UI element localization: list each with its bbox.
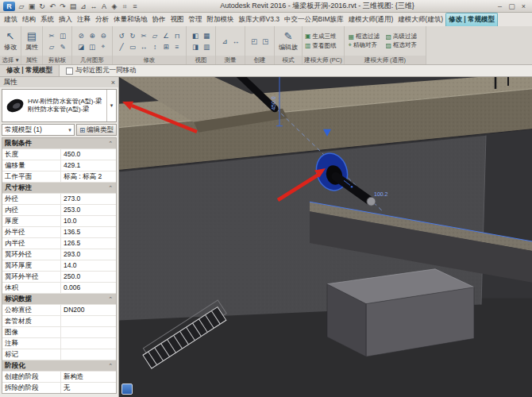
maximize-button[interactable]: ▢ xyxy=(507,2,517,10)
property-row[interactable]: 外半径 136.5 xyxy=(2,227,116,238)
edit-family-button[interactable]: ✎编辑族 xyxy=(277,31,299,52)
property-row[interactable]: 体积 0.006 xyxy=(2,283,116,294)
measure-icon[interactable]: ⊿ xyxy=(79,2,88,11)
property-row[interactable]: 拆除的阶段 无 xyxy=(2,383,116,393)
panel-label-bim-master-general[interactable]: 建模大师 (通用) xyxy=(345,56,426,64)
property-value[interactable] xyxy=(61,316,116,326)
property-row[interactable]: 尺寸标注 xyxy=(2,183,116,194)
modify-tool-icon[interactable]: ∠ xyxy=(161,30,172,40)
property-row[interactable]: 图像 xyxy=(2,327,116,338)
property-row[interactable]: 外径 273.0 xyxy=(2,194,116,205)
ribbon-tab[interactable]: 视图 xyxy=(168,13,187,26)
create-tool-icon[interactable]: ◰ xyxy=(249,36,260,46)
checkbox-box[interactable] xyxy=(66,67,73,75)
property-value[interactable]: 10.0 xyxy=(61,216,116,226)
property-row[interactable]: 翼环外径 293.0 xyxy=(2,249,116,260)
modify-tool-icon[interactable]: ↕ xyxy=(150,41,160,52)
grip-dot[interactable] xyxy=(351,186,353,188)
panel-label-view[interactable]: 视图 xyxy=(187,56,215,64)
property-row[interactable]: 创建的阶段 新构造 xyxy=(2,372,116,383)
undo-icon[interactable]: ↶ xyxy=(48,2,57,11)
measure-tool-icon[interactable]: ⊿ xyxy=(220,36,230,46)
dimension-text-offset[interactable]: 100.2 xyxy=(374,191,388,197)
view-control-icon[interactable] xyxy=(121,384,133,395)
property-row[interactable]: 套管材质 xyxy=(2,316,116,327)
properties-button[interactable]: ▤属性 xyxy=(24,31,40,52)
dimension-text-vertical[interactable]: 450.0 xyxy=(271,96,276,110)
property-value[interactable]: DN200 xyxy=(61,305,116,315)
property-row[interactable]: 工作平面 标高 : 标高 2 xyxy=(2,172,116,183)
modify-tool-icon[interactable]: ⊓ xyxy=(172,30,183,40)
property-row[interactable]: 标识数据 xyxy=(2,294,116,305)
property-value[interactable]: 无 xyxy=(61,383,116,393)
geometry-tool-icon[interactable]: ⌖ xyxy=(98,41,109,52)
ribbon-tab[interactable]: 建筑 xyxy=(2,13,20,26)
modify-tool-icon[interactable]: ▱ xyxy=(150,30,160,40)
property-value[interactable]: 标高 : 标高 2 xyxy=(61,172,116,182)
property-row[interactable]: 内半径 126.5 xyxy=(2,238,116,249)
modify-tool-icon[interactable]: ▭ xyxy=(128,41,138,52)
modify-button[interactable]: ↖修改 xyxy=(2,31,18,52)
aligned-dimension-icon[interactable]: ↔ xyxy=(89,2,98,11)
modify-tool-icon[interactable]: ✂ xyxy=(139,30,149,40)
property-row[interactable]: 标记 xyxy=(2,349,116,360)
3d-view-icon[interactable]: ◈ xyxy=(110,2,119,11)
panel-label-create[interactable]: 创建 xyxy=(245,56,274,64)
bim-master-general-button[interactable]: ⌖精确对齐 xyxy=(349,41,385,49)
panel-label-properties[interactable]: 属性 xyxy=(21,56,42,64)
clipboard-tool-icon[interactable]: ◫ xyxy=(58,30,68,40)
ribbon-tab[interactable]: 注释 xyxy=(75,13,93,26)
property-value[interactable] xyxy=(61,349,116,360)
redo-icon[interactable]: ↷ xyxy=(58,2,67,11)
measure-tool-icon[interactable]: ↔ xyxy=(231,36,241,46)
ribbon-tab[interactable]: 体量和场地 xyxy=(111,13,150,26)
property-value[interactable]: 450.0 xyxy=(61,149,116,160)
sync-icon[interactable]: ↻ xyxy=(37,2,47,11)
ribbon-tab[interactable]: 附加模块 xyxy=(205,13,237,26)
minimize-button[interactable]: – xyxy=(495,2,505,10)
save-icon[interactable]: ▣ xyxy=(27,2,37,11)
modify-tool-icon[interactable]: ≡ xyxy=(172,41,183,52)
app-menu-button[interactable]: R xyxy=(3,2,15,11)
modify-tool-icon[interactable]: ⊞ xyxy=(161,41,172,52)
move-with-nearby-checkbox[interactable]: 与邻近图元一同移动 xyxy=(60,66,137,75)
type-count-dropdown[interactable]: 常规模型 (1) ▾ xyxy=(2,124,75,136)
ribbon-tab[interactable]: 结构 xyxy=(20,13,38,26)
ribbon-tab[interactable]: 管理 xyxy=(187,13,205,26)
property-value[interactable]: 14.0 xyxy=(61,260,116,271)
panel-label-modify[interactable]: 修改 xyxy=(113,56,186,64)
panel-label-select[interactable]: 选择 ▾ xyxy=(0,56,21,64)
type-selector[interactable]: HW-刚性防水套管(A型)-梁 刚性防水套管(A型)-梁 ▾ xyxy=(2,89,117,122)
property-row[interactable]: 内径 253.0 xyxy=(2,205,116,216)
property-value[interactable]: 253.0 xyxy=(61,205,116,215)
ribbon-tab[interactable]: 协作 xyxy=(150,13,168,26)
bim-master-pc-button[interactable]: ▥查看图纸 xyxy=(305,42,341,50)
pipe-end-cap[interactable] xyxy=(367,197,376,206)
chevron-down-icon[interactable]: ▾ xyxy=(106,90,116,121)
geometry-tool-icon[interactable]: ⊕ xyxy=(87,30,98,40)
property-row[interactable]: 翼环外半径 250.0 xyxy=(2,272,116,283)
ribbon-tab[interactable]: 建模大师(通用) xyxy=(346,13,396,26)
view-tool-icon[interactable]: ◧ xyxy=(191,30,201,40)
bim-master-pc-button[interactable]: ▣生成三维 xyxy=(305,33,341,40)
ribbon-tab[interactable]: 族库大师V3.3 xyxy=(237,13,283,26)
panel-label-geometry[interactable]: 几何图形 xyxy=(72,56,112,64)
ribbon-tab[interactable]: 修改 | 常规模型 xyxy=(445,13,498,26)
ribbon-tab[interactable]: 插入 xyxy=(56,13,75,26)
ribbon-tab[interactable]: 建模大师(建筑) xyxy=(395,13,445,26)
modify-tool-icon[interactable]: ↻ xyxy=(128,30,138,40)
modify-tool-icon[interactable]: ↔ xyxy=(139,41,149,52)
panel-label-clipboard[interactable]: 剪贴板 xyxy=(43,56,71,64)
property-value[interactable] xyxy=(61,338,116,349)
property-value[interactable]: 136.5 xyxy=(61,227,116,237)
property-row[interactable]: 阶段化 xyxy=(2,360,116,372)
geometry-tool-icon[interactable]: ◫ xyxy=(87,41,98,52)
thin-lines-icon[interactable]: ≡ xyxy=(130,2,140,11)
bim-master-general-button[interactable]: ▧高级过滤 xyxy=(386,33,422,40)
close-icon[interactable]: × xyxy=(111,79,115,87)
bim-master-general-button[interactable]: ▨框选对齐 xyxy=(386,41,422,49)
ribbon-tab[interactable]: 系统 xyxy=(38,13,56,26)
property-value[interactable]: 250.0 xyxy=(61,272,116,282)
clipboard-tool-icon[interactable]: ▱ xyxy=(47,41,57,52)
clipboard-tool-icon[interactable]: ✎ xyxy=(58,41,68,52)
